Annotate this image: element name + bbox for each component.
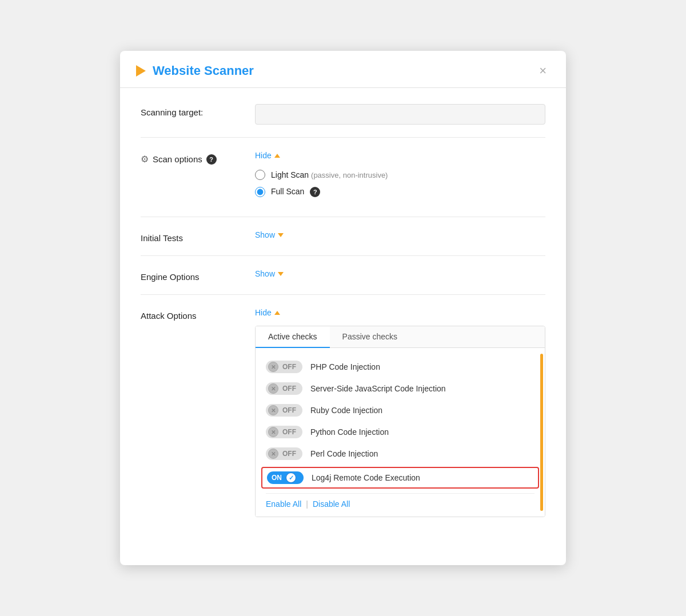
toggle-log4j[interactable]: ON ✓ bbox=[267, 471, 304, 484]
initial-tests-label: Initial Tests bbox=[141, 230, 255, 243]
engine-options-row: Engine Options Show bbox=[141, 269, 545, 295]
initial-tests-control: Show bbox=[255, 230, 545, 240]
play-icon bbox=[136, 65, 146, 77]
toggle-perl[interactable]: ✕ OFF bbox=[266, 447, 302, 460]
light-scan-radio[interactable] bbox=[255, 170, 265, 180]
tab-footer: Enable All | Disable All bbox=[266, 493, 535, 511]
toggle-x-icon-4: ✕ bbox=[268, 427, 278, 437]
arrow-up-icon bbox=[274, 154, 280, 158]
scan-options-row: ⚙ Scan options ? Hide Light Scan (passiv… bbox=[141, 150, 545, 217]
toggle-x-icon-3: ✕ bbox=[268, 405, 278, 415]
toggle-check-icon: ✓ bbox=[286, 473, 296, 483]
engine-options-control: Show bbox=[255, 269, 545, 279]
tabs-header: Active checks Passive checks bbox=[256, 326, 545, 348]
toggle-x-icon: ✕ bbox=[268, 362, 278, 372]
light-scan-label[interactable]: Light Scan (passive, non-intrusive) bbox=[271, 170, 388, 179]
attack-options-control: Hide Active checks Passive checks bbox=[255, 307, 545, 517]
engine-options-label: Engine Options bbox=[141, 269, 255, 282]
check-row-php: ✕ OFF PHP Code Injection bbox=[266, 356, 535, 378]
scanning-target-row: Scanning target: bbox=[141, 104, 545, 138]
check-row-ssjs: ✕ OFF Server-Side JavaScript Code Inject… bbox=[266, 378, 535, 399]
scan-options-toggle[interactable]: Hide bbox=[255, 151, 280, 160]
attack-options-row: Attack Options Hide Active checks Passiv… bbox=[141, 307, 545, 530]
arrow-up-icon-2 bbox=[274, 311, 280, 315]
toggle-ssjs[interactable]: ✕ OFF bbox=[266, 382, 302, 395]
toggle-ruby[interactable]: ✕ OFF bbox=[266, 404, 302, 417]
website-scanner-dialog: Website Scanner × Scanning target: ⚙ Sca… bbox=[120, 51, 566, 565]
close-button[interactable]: × bbox=[536, 63, 550, 78]
dialog-title: Website Scanner bbox=[153, 63, 254, 78]
disable-all-link[interactable]: Disable All bbox=[313, 499, 350, 509]
dialog-body: Scanning target: ⚙ Scan options ? Hide bbox=[120, 88, 566, 558]
scanning-target-input[interactable] bbox=[255, 104, 545, 125]
arrow-down-icon-2 bbox=[278, 272, 284, 276]
check-row-python: ✕ OFF Python Code Injection bbox=[266, 421, 535, 443]
full-scan-help-icon[interactable]: ? bbox=[310, 187, 320, 197]
scan-options-help-icon[interactable]: ? bbox=[206, 154, 217, 165]
scanning-target-label: Scanning target: bbox=[141, 104, 255, 117]
arrow-down-icon bbox=[278, 233, 284, 237]
scanning-target-control bbox=[255, 104, 545, 125]
full-scan-label[interactable]: Full Scan ? bbox=[271, 187, 320, 197]
scan-options-label: ⚙ Scan options ? bbox=[141, 150, 255, 165]
tab-content-active: ✕ OFF PHP Code Injection ✕ OFF Server-Si… bbox=[256, 348, 545, 517]
tab-active-checks[interactable]: Active checks bbox=[256, 326, 330, 348]
toggle-python[interactable]: ✕ OFF bbox=[266, 426, 302, 438]
scan-options-control: Hide Light Scan (passive, non-intrusive) bbox=[255, 150, 545, 204]
light-scan-row: Light Scan (passive, non-intrusive) bbox=[255, 170, 545, 180]
attack-options-label: Attack Options bbox=[141, 307, 255, 321]
full-scan-row: Full Scan ? bbox=[255, 187, 545, 197]
toggle-php[interactable]: ✕ OFF bbox=[266, 361, 302, 373]
engine-options-toggle[interactable]: Show bbox=[255, 269, 284, 278]
check-row-ruby: ✕ OFF Ruby Code Injection bbox=[266, 399, 535, 421]
enable-all-link[interactable]: Enable All bbox=[266, 499, 301, 509]
attack-options-toggle[interactable]: Hide bbox=[255, 308, 280, 317]
footer-links: Enable All | Disable All bbox=[266, 499, 535, 509]
full-scan-radio[interactable] bbox=[255, 187, 265, 197]
initial-tests-row: Initial Tests Show bbox=[141, 230, 545, 256]
dialog-header: Website Scanner × bbox=[120, 51, 566, 88]
attack-options-tabs: Active checks Passive checks ✕ OFF bbox=[255, 326, 545, 517]
toggle-x-icon-5: ✕ bbox=[268, 449, 278, 459]
tab-passive-checks[interactable]: Passive checks bbox=[330, 326, 410, 348]
toggle-x-icon-2: ✕ bbox=[268, 383, 278, 394]
check-row-log4j: ON ✓ Log4j Remote Code Execution bbox=[261, 467, 539, 489]
title-row: Website Scanner bbox=[136, 63, 254, 78]
initial-tests-toggle[interactable]: Show bbox=[255, 230, 284, 239]
scrollbar[interactable] bbox=[540, 354, 543, 511]
check-row-perl: ✕ OFF Perl Code Injection bbox=[266, 443, 535, 465]
scan-options-content: Light Scan (passive, non-intrusive) Full… bbox=[255, 170, 545, 197]
gear-icon: ⚙ bbox=[141, 154, 149, 165]
